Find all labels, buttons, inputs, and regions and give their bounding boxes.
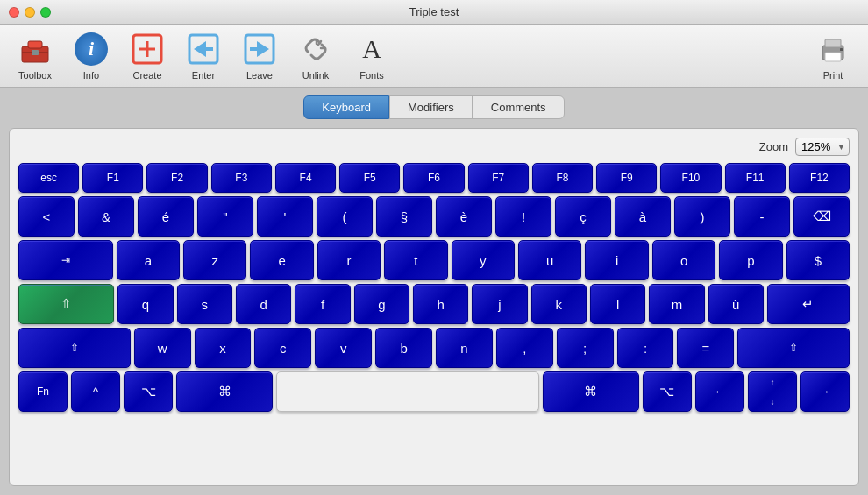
key-f[interactable]: f — [295, 284, 350, 324]
leave-label: Leave — [246, 70, 273, 81]
key-y[interactable]: y — [452, 240, 515, 280]
key-backspace[interactable]: ⌫ — [793, 196, 850, 237]
fonts-button[interactable]: A Fonts — [345, 28, 398, 84]
key-w[interactable]: w — [134, 328, 191, 368]
key-comma[interactable]: , — [496, 328, 553, 368]
key-esc[interactable]: esc — [18, 163, 79, 193]
key-alt-left[interactable]: ⌥ — [124, 371, 173, 412]
key-o[interactable]: o — [652, 240, 715, 280]
key-agrave[interactable]: à — [615, 196, 671, 237]
key-t[interactable]: t — [384, 240, 447, 280]
key-u[interactable]: u — [518, 240, 581, 280]
fonts-icon: A — [354, 32, 389, 67]
key-h[interactable]: h — [413, 284, 468, 324]
zoom-select[interactable]: 75% 100% 125% 150% 175% 200% — [795, 138, 850, 156]
key-i[interactable]: i — [585, 240, 648, 280]
enter-button[interactable]: Enter — [177, 28, 230, 84]
key-b[interactable]: b — [375, 328, 432, 368]
key-e[interactable]: e — [250, 240, 313, 280]
key-cmd-right[interactable]: ⌘ — [543, 371, 639, 412]
key-v[interactable]: v — [315, 328, 372, 368]
key-s[interactable]: s — [177, 284, 232, 324]
enter-label: Enter — [192, 70, 215, 81]
key-semicolon[interactable]: ; — [557, 328, 614, 368]
key-x[interactable]: x — [195, 328, 252, 368]
key-alt-right[interactable]: ⌥ — [643, 371, 692, 412]
unlink-button[interactable]: Unlink — [289, 28, 342, 84]
key-ugrave[interactable]: ù — [708, 284, 764, 324]
key-apos[interactable]: ' — [257, 196, 313, 237]
key-section[interactable]: § — [376, 196, 432, 237]
key-c[interactable]: c — [254, 328, 311, 368]
key-shift-left2[interactable]: ⇧ — [18, 328, 131, 368]
key-dollar[interactable]: $ — [786, 240, 850, 280]
key-f7[interactable]: F7 — [468, 163, 529, 193]
leave-button[interactable]: Leave — [233, 28, 286, 84]
key-fn[interactable]: Fn — [18, 371, 68, 412]
key-f12[interactable]: F12 — [789, 163, 850, 193]
key-ccedil[interactable]: ç — [555, 196, 611, 237]
key-p[interactable]: p — [719, 240, 782, 280]
key-f2[interactable]: F2 — [146, 163, 207, 193]
key-f9[interactable]: F9 — [596, 163, 657, 193]
key-enter[interactable]: ↵ — [767, 284, 850, 324]
minimize-button[interactable] — [25, 7, 35, 18]
key-lt[interactable]: < — [18, 196, 75, 237]
zoom-label: Zoom — [759, 140, 788, 153]
key-f5[interactable]: F5 — [339, 163, 400, 193]
key-colon[interactable]: : — [617, 328, 674, 368]
svg-marker-10 — [250, 41, 269, 57]
key-minus[interactable]: - — [734, 196, 790, 237]
key-f4[interactable]: F4 — [275, 163, 336, 193]
key-arrow-up-down[interactable]: ↑ ↓ — [748, 371, 797, 412]
create-button[interactable]: Create — [121, 28, 174, 84]
key-a[interactable]: a — [117, 240, 180, 280]
key-f1[interactable]: F1 — [82, 163, 143, 193]
key-row-5: ⇧ w x c v b n , ; : = ⇧ — [18, 328, 850, 368]
key-d[interactable]: d — [236, 284, 291, 324]
key-cmd-left[interactable]: ⌘ — [176, 371, 273, 412]
print-icon — [815, 32, 850, 67]
create-label: Create — [132, 70, 161, 81]
key-f10[interactable]: F10 — [660, 163, 721, 193]
key-shift-left[interactable]: ⇧ — [18, 284, 114, 324]
key-quote[interactable]: " — [197, 196, 253, 237]
key-egrave[interactable]: è — [436, 196, 492, 237]
key-rparen[interactable]: ) — [674, 196, 730, 237]
key-j[interactable]: j — [472, 284, 527, 324]
key-z[interactable]: z — [183, 240, 246, 280]
key-f8[interactable]: F8 — [532, 163, 593, 193]
key-r[interactable]: r — [317, 240, 381, 280]
key-f3[interactable]: F3 — [211, 163, 272, 193]
key-amp[interactable]: & — [78, 196, 134, 237]
key-equals[interactable]: = — [677, 328, 734, 368]
key-f11[interactable]: F11 — [725, 163, 786, 193]
keyboard-panel: Zoom 75% 100% 125% 150% 175% 200% esc F1… — [9, 128, 859, 486]
toolbox-label: Toolbox — [18, 70, 52, 81]
toolbox-button[interactable]: Toolbox — [9, 28, 61, 84]
key-eacute[interactable]: é — [138, 196, 194, 237]
key-ctrl[interactable]: ^ — [71, 371, 120, 412]
key-f6[interactable]: F6 — [403, 163, 464, 193]
tab-modifiers[interactable]: Modifiers — [389, 95, 473, 119]
close-button[interactable] — [9, 7, 19, 18]
tab-keyboard[interactable]: Keyboard — [303, 95, 389, 119]
key-space[interactable] — [276, 371, 538, 412]
key-m[interactable]: m — [649, 284, 704, 324]
key-shift-right[interactable]: ⇧ — [737, 328, 850, 368]
key-tab[interactable]: ⇥ — [18, 240, 113, 280]
info-button[interactable]: i Info — [65, 28, 117, 84]
key-arrow-left[interactable]: ← — [695, 371, 744, 412]
key-l[interactable]: l — [590, 284, 645, 324]
key-k[interactable]: k — [531, 284, 587, 324]
key-n[interactable]: n — [436, 328, 493, 368]
key-q[interactable]: q — [117, 284, 173, 324]
maximize-button[interactable] — [40, 7, 51, 18]
key-g[interactable]: g — [354, 284, 409, 324]
svg-marker-8 — [194, 41, 213, 57]
key-arrow-right[interactable]: → — [800, 371, 850, 412]
print-button[interactable]: Print — [807, 28, 859, 84]
key-excl[interactable]: ! — [495, 196, 551, 237]
tab-comments[interactable]: Comments — [473, 95, 565, 119]
key-lparen[interactable]: ( — [317, 196, 373, 237]
